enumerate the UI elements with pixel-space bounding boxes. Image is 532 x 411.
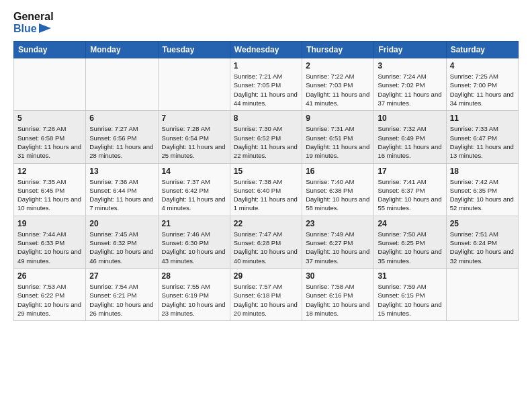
day-info: Sunrise: 7:33 AM Sunset: 6:47 PM Dayligh… [450, 124, 515, 160]
day-number: 5 [17, 113, 82, 123]
calendar-day-cell: 19Sunrise: 7:44 AM Sunset: 6:33 PM Dayli… [14, 216, 86, 268]
day-info: Sunrise: 7:59 AM Sunset: 6:15 PM Dayligh… [378, 282, 442, 318]
day-info: Sunrise: 7:58 AM Sunset: 6:16 PM Dayligh… [306, 282, 370, 318]
day-info: Sunrise: 7:27 AM Sunset: 6:56 PM Dayligh… [89, 124, 154, 160]
day-number: 10 [378, 113, 442, 123]
day-number: 12 [17, 167, 82, 176]
day-number: 16 [306, 167, 370, 176]
day-number: 27 [89, 271, 154, 281]
day-info: Sunrise: 7:54 AM Sunset: 6:21 PM Dayligh… [89, 282, 154, 318]
calendar-day-header: Tuesday [158, 42, 230, 58]
day-number: 24 [378, 219, 442, 228]
day-info: Sunrise: 7:28 AM Sunset: 6:54 PM Dayligh… [162, 124, 226, 160]
calendar-day-cell: 1Sunrise: 7:21 AM Sunset: 7:05 PM Daylig… [230, 58, 302, 111]
calendar-day-cell: 11Sunrise: 7:33 AM Sunset: 6:47 PM Dayli… [446, 111, 518, 163]
day-info: Sunrise: 7:40 AM Sunset: 6:38 PM Dayligh… [306, 177, 370, 213]
calendar-day-header: Wednesday [230, 42, 302, 58]
svg-marker-0 [39, 24, 51, 33]
calendar-day-cell: 4Sunrise: 7:25 AM Sunset: 7:00 PM Daylig… [446, 58, 518, 111]
day-number: 8 [234, 113, 298, 123]
day-number: 20 [89, 219, 154, 228]
day-info: Sunrise: 7:31 AM Sunset: 6:51 PM Dayligh… [306, 124, 370, 160]
calendar-day-cell: 15Sunrise: 7:38 AM Sunset: 6:40 PM Dayli… [230, 163, 302, 216]
calendar-empty-cell [14, 58, 86, 111]
calendar-day-cell: 25Sunrise: 7:51 AM Sunset: 6:24 PM Dayli… [446, 216, 518, 268]
day-number: 4 [450, 61, 515, 71]
day-number: 30 [306, 271, 370, 281]
calendar-day-cell: 30Sunrise: 7:58 AM Sunset: 6:16 PM Dayli… [302, 268, 374, 320]
calendar-week-row: 5Sunrise: 7:26 AM Sunset: 6:58 PM Daylig… [14, 111, 519, 163]
day-info: Sunrise: 7:26 AM Sunset: 6:58 PM Dayligh… [17, 124, 82, 160]
calendar-day-cell: 20Sunrise: 7:45 AM Sunset: 6:32 PM Dayli… [86, 216, 158, 268]
day-info: Sunrise: 7:55 AM Sunset: 6:19 PM Dayligh… [162, 282, 226, 318]
calendar-day-cell: 9Sunrise: 7:31 AM Sunset: 6:51 PM Daylig… [302, 111, 374, 163]
calendar-day-cell: 27Sunrise: 7:54 AM Sunset: 6:21 PM Dayli… [86, 268, 158, 320]
calendar-day-cell: 8Sunrise: 7:30 AM Sunset: 6:52 PM Daylig… [230, 111, 302, 163]
day-number: 19 [17, 219, 82, 228]
calendar-day-cell: 22Sunrise: 7:47 AM Sunset: 6:28 PM Dayli… [230, 216, 302, 268]
day-number: 3 [378, 61, 442, 71]
calendar-header-row: SundayMondayTuesdayWednesdayThursdayFrid… [14, 42, 519, 58]
calendar-day-cell: 26Sunrise: 7:53 AM Sunset: 6:22 PM Dayli… [14, 268, 86, 320]
page: General Blue SundayMondayTuesdayWednesda… [0, 0, 532, 411]
day-info: Sunrise: 7:53 AM Sunset: 6:22 PM Dayligh… [17, 282, 82, 318]
day-info: Sunrise: 7:21 AM Sunset: 7:05 PM Dayligh… [234, 72, 298, 107]
logo: General Blue [13, 11, 54, 34]
day-number: 9 [306, 113, 370, 123]
header: General Blue [13, 11, 519, 34]
calendar-day-cell: 14Sunrise: 7:37 AM Sunset: 6:42 PM Dayli… [158, 163, 230, 216]
calendar-day-cell: 6Sunrise: 7:27 AM Sunset: 6:56 PM Daylig… [86, 111, 158, 163]
day-number: 14 [162, 167, 226, 176]
day-info: Sunrise: 7:41 AM Sunset: 6:37 PM Dayligh… [378, 177, 442, 213]
day-info: Sunrise: 7:30 AM Sunset: 6:52 PM Dayligh… [234, 124, 298, 160]
calendar-day-header: Saturday [446, 42, 518, 58]
day-info: Sunrise: 7:36 AM Sunset: 6:44 PM Dayligh… [89, 177, 154, 213]
calendar-day-cell: 31Sunrise: 7:59 AM Sunset: 6:15 PM Dayli… [374, 268, 446, 320]
day-number: 28 [162, 271, 226, 281]
calendar-day-cell: 16Sunrise: 7:40 AM Sunset: 6:38 PM Dayli… [302, 163, 374, 216]
calendar-day-cell: 21Sunrise: 7:46 AM Sunset: 6:30 PM Dayli… [158, 216, 230, 268]
calendar-day-cell: 10Sunrise: 7:32 AM Sunset: 6:49 PM Dayli… [374, 111, 446, 163]
day-number: 25 [450, 219, 515, 228]
day-info: Sunrise: 7:35 AM Sunset: 6:45 PM Dayligh… [17, 177, 82, 213]
day-info: Sunrise: 7:37 AM Sunset: 6:42 PM Dayligh… [162, 177, 226, 213]
day-info: Sunrise: 7:57 AM Sunset: 6:18 PM Dayligh… [234, 282, 298, 318]
day-info: Sunrise: 7:38 AM Sunset: 6:40 PM Dayligh… [234, 177, 298, 213]
calendar-day-cell: 29Sunrise: 7:57 AM Sunset: 6:18 PM Dayli… [230, 268, 302, 320]
day-info: Sunrise: 7:25 AM Sunset: 7:00 PM Dayligh… [450, 72, 515, 107]
calendar-week-row: 1Sunrise: 7:21 AM Sunset: 7:05 PM Daylig… [14, 58, 519, 111]
day-number: 2 [306, 61, 370, 71]
day-info: Sunrise: 7:32 AM Sunset: 6:49 PM Dayligh… [378, 124, 442, 160]
logo-text: General Blue [13, 11, 54, 34]
calendar-day-header: Monday [86, 42, 158, 58]
calendar-week-row: 19Sunrise: 7:44 AM Sunset: 6:33 PM Dayli… [14, 216, 519, 268]
day-info: Sunrise: 7:46 AM Sunset: 6:30 PM Dayligh… [162, 230, 226, 265]
day-number: 18 [450, 167, 515, 176]
day-number: 26 [17, 271, 82, 281]
calendar-day-cell: 18Sunrise: 7:42 AM Sunset: 6:35 PM Dayli… [446, 163, 518, 216]
calendar-day-cell: 13Sunrise: 7:36 AM Sunset: 6:44 PM Dayli… [86, 163, 158, 216]
calendar-day-cell: 2Sunrise: 7:22 AM Sunset: 7:03 PM Daylig… [302, 58, 374, 111]
calendar-day-header: Thursday [302, 42, 374, 58]
day-number: 17 [378, 167, 442, 176]
day-number: 29 [234, 271, 298, 281]
calendar-day-cell: 28Sunrise: 7:55 AM Sunset: 6:19 PM Dayli… [158, 268, 230, 320]
day-info: Sunrise: 7:24 AM Sunset: 7:02 PM Dayligh… [378, 72, 442, 107]
calendar-day-cell: 12Sunrise: 7:35 AM Sunset: 6:45 PM Dayli… [14, 163, 86, 216]
day-number: 7 [162, 113, 226, 123]
day-number: 13 [89, 167, 154, 176]
day-number: 1 [234, 61, 298, 71]
calendar-day-cell: 7Sunrise: 7:28 AM Sunset: 6:54 PM Daylig… [158, 111, 230, 163]
calendar-empty-cell [158, 58, 230, 111]
calendar-day-cell: 3Sunrise: 7:24 AM Sunset: 7:02 PM Daylig… [374, 58, 446, 111]
day-number: 15 [234, 167, 298, 176]
day-info: Sunrise: 7:50 AM Sunset: 6:25 PM Dayligh… [378, 230, 442, 265]
calendar-empty-cell [446, 268, 518, 320]
calendar-week-row: 12Sunrise: 7:35 AM Sunset: 6:45 PM Dayli… [14, 163, 519, 216]
calendar-day-cell: 17Sunrise: 7:41 AM Sunset: 6:37 PM Dayli… [374, 163, 446, 216]
day-info: Sunrise: 7:51 AM Sunset: 6:24 PM Dayligh… [450, 230, 515, 265]
calendar-day-cell: 5Sunrise: 7:26 AM Sunset: 6:58 PM Daylig… [14, 111, 86, 163]
day-number: 11 [450, 113, 515, 123]
day-info: Sunrise: 7:42 AM Sunset: 6:35 PM Dayligh… [450, 177, 515, 213]
day-number: 22 [234, 219, 298, 228]
